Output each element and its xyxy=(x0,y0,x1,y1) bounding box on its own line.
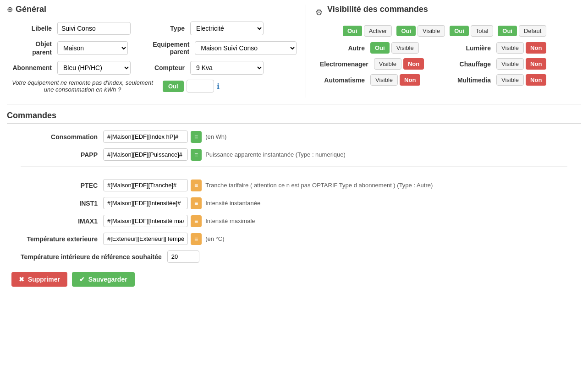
gear-icon: ⚙ xyxy=(315,7,323,17)
chauffage-buttons: Visible Non xyxy=(496,58,546,70)
vis-activer-label: Activer xyxy=(364,25,392,37)
papp-label: PAPP xyxy=(21,151,103,158)
lumiere-non-btn[interactable]: Non xyxy=(526,42,546,54)
note-oui-button[interactable]: Oui xyxy=(163,81,184,92)
sauvegarder-button[interactable]: ✔ Sauvegarder xyxy=(72,272,135,287)
check-icon: ✔ xyxy=(79,276,85,283)
vis-visible-label: Visible xyxy=(418,25,445,37)
papp-icon-btn[interactable]: ≡ xyxy=(191,149,202,161)
inst1-input[interactable] xyxy=(103,197,188,209)
type-select[interactable]: Electricité Gaz Eau xyxy=(190,22,264,35)
inst1-desc: Intensité instantanée xyxy=(205,200,260,207)
objet-parent-label: Objetparent xyxy=(7,40,57,56)
libelle-input[interactable] xyxy=(57,22,131,35)
trash-icon: ✖ xyxy=(19,276,24,283)
electromenager-non-btn[interactable]: Non xyxy=(403,58,424,70)
imax1-desc: Intensité maximale xyxy=(205,218,255,224)
equipement-parent-select[interactable]: Maison Suivi Conso xyxy=(195,41,297,55)
temp-ext-desc: (en °C) xyxy=(205,235,224,242)
electromenager-visible-label: Visible xyxy=(374,58,401,70)
multimedia-non-btn[interactable]: Non xyxy=(526,74,546,86)
autre-buttons: Oui Visible xyxy=(370,42,419,54)
temp-ext-icon-btn[interactable]: ≡ xyxy=(191,233,202,245)
vis-oui-total-btn[interactable]: Oui xyxy=(450,26,469,36)
electromenager-buttons: Visible Non xyxy=(374,58,424,70)
chauffage-visible-label: Visible xyxy=(496,58,524,70)
vis-oui-activer-btn[interactable]: Oui xyxy=(343,26,362,36)
temp-ext-label: Température exterieure xyxy=(21,235,103,243)
vis-oui-defaut-btn[interactable]: Oui xyxy=(498,26,517,36)
ptec-icon-btn[interactable]: ≡ xyxy=(191,180,202,191)
multimedia-buttons: Visible Non xyxy=(496,74,546,86)
ptec-label: PTEC xyxy=(21,182,103,189)
inst1-icon-btn[interactable]: ≡ xyxy=(191,197,202,209)
multimedia-label: Multimedia xyxy=(455,76,496,84)
info-icon: ℹ xyxy=(217,82,220,91)
consommation-icon-btn[interactable]: ≡ xyxy=(191,131,202,143)
inst1-label: INST1 xyxy=(21,200,103,207)
automatisme-buttons: Visible Non xyxy=(370,74,420,86)
temp-ref-label: Température intérieure de référence souh… xyxy=(21,253,167,261)
lumiere-label: Lumière xyxy=(455,44,496,52)
ptec-input[interactable] xyxy=(103,179,188,191)
type-label: Type xyxy=(140,25,190,32)
temp-ref-input[interactable] xyxy=(167,250,199,263)
automatisme-non-btn[interactable]: Non xyxy=(400,74,420,86)
vis-total-label: Total xyxy=(471,25,493,37)
multimedia-visible-label: Visible xyxy=(496,74,524,86)
note-text: Votre équipement ne remonte pas d'index,… xyxy=(7,79,163,93)
arrow-icon: ⊕ xyxy=(7,5,13,14)
automatisme-visible-label: Visible xyxy=(370,74,398,86)
autre-visible-label: Visible xyxy=(391,42,419,54)
commandes-title: Commandes xyxy=(7,111,581,124)
lumiere-buttons: Visible Non xyxy=(496,42,546,54)
electromenager-label: Electromenager xyxy=(320,60,374,68)
temp-ext-input[interactable] xyxy=(103,233,188,245)
ptec-desc: Tranche tarifaire ( attention ce n est p… xyxy=(205,182,433,189)
consommation-label: Consommation xyxy=(21,133,103,141)
visibilite-title: Visibilité des commandes xyxy=(327,5,428,14)
imax1-label: IMAX1 xyxy=(21,218,103,225)
equipement-parent-label: Equipement parent xyxy=(133,41,195,55)
consommation-input[interactable] xyxy=(103,131,188,143)
consommation-desc: (en Wh) xyxy=(205,133,226,140)
note-input[interactable] xyxy=(187,80,214,92)
compteur-select[interactable]: 9 Kva 12 Kva 15 Kva xyxy=(190,61,264,75)
abonnement-label: Abonnement xyxy=(7,64,57,71)
autre-oui-btn[interactable]: Oui xyxy=(370,42,390,54)
supprimer-button[interactable]: ✖ Supprimer xyxy=(11,272,67,287)
chauffage-non-btn[interactable]: Non xyxy=(526,58,546,70)
vis-oui-visible-btn[interactable]: Oui xyxy=(396,26,416,36)
imax1-icon-btn[interactable]: ≡ xyxy=(191,215,202,227)
automatisme-label: Automatisme xyxy=(320,76,370,84)
compteur-label: Compteur xyxy=(140,64,190,71)
papp-desc: Puissance apparente instantanée (Type : … xyxy=(205,151,346,158)
lumiere-visible-label: Visible xyxy=(496,42,524,54)
vis-defaut-label: Defaut xyxy=(519,25,546,37)
autre-label: Autre xyxy=(320,44,370,52)
general-title: Général xyxy=(16,5,46,14)
imax1-input[interactable] xyxy=(103,215,188,227)
abonnement-select[interactable]: Bleu (HP/HC) Bleu (Base) Autre xyxy=(57,61,131,75)
objet-parent-select[interactable]: Maison Autre xyxy=(57,41,128,55)
papp-input[interactable] xyxy=(103,148,188,161)
chauffage-label: Chauffage xyxy=(455,60,496,68)
libelle-label: Libelle xyxy=(7,25,57,32)
